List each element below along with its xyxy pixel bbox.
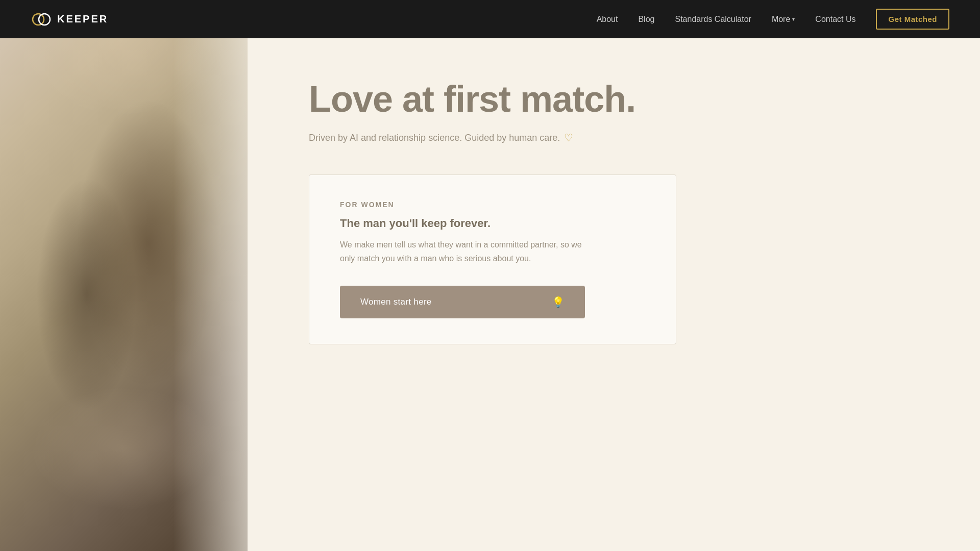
- navbar: KEEPER About Blog Standards Calculator M…: [0, 0, 980, 38]
- couple-photo: [0, 38, 248, 551]
- nav-link-about[interactable]: About: [597, 15, 618, 24]
- nav-link-more-label: More: [772, 15, 790, 24]
- card-tag: FOR WOMEN: [340, 201, 645, 209]
- women-btn-label: Women start here: [360, 297, 432, 307]
- chevron-down-icon: ▾: [792, 16, 795, 22]
- hero-photo-section: [0, 38, 248, 551]
- women-start-here-button[interactable]: Women start here 💡: [340, 286, 585, 318]
- card-description: We make men tell us what they want in a …: [340, 238, 595, 265]
- hero-right-section: Love at first match. Driven by AI and re…: [248, 38, 980, 551]
- logo[interactable]: KEEPER: [31, 9, 108, 30]
- for-women-card: FOR WOMEN The man you'll keep forever. W…: [309, 174, 676, 344]
- card-title: The man you'll keep forever.: [340, 217, 645, 230]
- nav-link-standards-calculator[interactable]: Standards Calculator: [675, 15, 751, 24]
- get-matched-button[interactable]: Get Matched: [876, 9, 949, 30]
- hero-title: Love at first match.: [309, 79, 919, 119]
- nav-link-blog[interactable]: Blog: [638, 15, 654, 24]
- logo-icon: [31, 9, 52, 30]
- main-content: Love at first match. Driven by AI and re…: [0, 38, 980, 551]
- nav-links: About Blog Standards Calculator More ▾ C…: [597, 9, 949, 30]
- hero-subtitle-text: Driven by AI and relationship science. G…: [309, 133, 560, 143]
- lightbulb-icon: 💡: [552, 296, 565, 308]
- nav-link-contact-us[interactable]: Contact Us: [815, 15, 855, 24]
- hero-subtitle: Driven by AI and relationship science. G…: [309, 132, 919, 144]
- heart-icon: ♡: [564, 132, 573, 144]
- nav-dropdown-more[interactable]: More ▾: [772, 15, 795, 24]
- logo-text: KEEPER: [57, 13, 108, 25]
